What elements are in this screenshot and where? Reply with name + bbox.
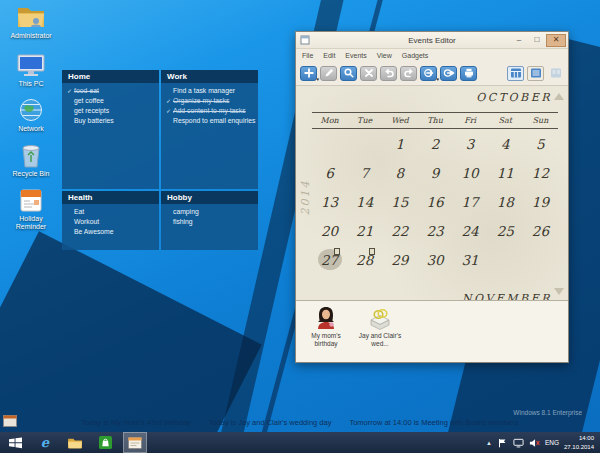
menu-file[interactable]: File <box>302 52 313 59</box>
calendar-day-2[interactable]: 2 <box>417 129 452 158</box>
task-item[interactable]: Buy batteries <box>67 115 159 125</box>
task-item[interactable]: ✓Organize my tasks <box>166 95 258 105</box>
taskbar-store[interactable] <box>93 432 117 453</box>
network-icon[interactable] <box>513 438 524 448</box>
calendar-day-27[interactable]: 27 <box>312 245 347 274</box>
calendar-day-25[interactable]: 25 <box>488 216 523 245</box>
language-indicator[interactable]: ENG <box>545 439 559 446</box>
task-item[interactable]: Eat <box>67 206 159 216</box>
events-strip: My mom's birthdayJay and Clair's wed... <box>296 300 568 362</box>
calendar-day-5[interactable]: 5 <box>523 129 558 158</box>
calendar-day-17[interactable]: 17 <box>453 187 488 216</box>
calendar-day-30[interactable]: 30 <box>417 245 452 274</box>
event-label: Jay and Clair's wed... <box>356 332 404 348</box>
calendar-day-9[interactable]: 9 <box>417 158 452 187</box>
clock[interactable]: 14:00 27.10.2014 <box>564 434 594 450</box>
calendar-day-19[interactable]: 19 <box>523 187 558 216</box>
calendar-day-8[interactable]: 8 <box>382 158 417 187</box>
mini-window-icon[interactable] <box>3 415 17 427</box>
calendar-day-13[interactable]: 13 <box>312 187 347 216</box>
redo-button[interactable] <box>400 66 417 81</box>
calendar-day-29[interactable]: 29 <box>382 245 417 274</box>
calendar-day-4[interactable]: 4 <box>488 129 523 158</box>
calendar-day-15[interactable]: 15 <box>382 187 417 216</box>
day-number: 9 <box>431 165 440 181</box>
task-item[interactable]: Be Awesome <box>67 226 159 236</box>
edit-event-button[interactable] <box>320 66 337 81</box>
undo-button[interactable] <box>380 66 397 81</box>
calendar-day-16[interactable]: 16 <box>417 187 452 216</box>
weekday-header: MonTueWedThuFriSatSun <box>312 112 558 129</box>
event-item[interactable]: My mom's birthday <box>302 305 350 348</box>
desktop-icon-this-pc[interactable]: This PC <box>4 52 58 88</box>
calendar-view-button[interactable] <box>507 66 524 81</box>
task-item[interactable]: Workout <box>67 216 159 226</box>
export-button[interactable] <box>440 66 457 81</box>
task-item[interactable]: Find a task manager <box>166 85 258 95</box>
calendar-day-3[interactable]: 3 <box>453 129 488 158</box>
dates-grid: 1234567891011121314151617181920212223242… <box>312 129 558 274</box>
calendar-day-20[interactable]: 20 <box>312 216 347 245</box>
menu-gadgets[interactable]: Gadgets <box>402 52 428 59</box>
task-item[interactable]: fishing <box>166 216 258 226</box>
calendar-day-26[interactable]: 26 <box>523 216 558 245</box>
task-text: Respond to email enquiries <box>173 117 255 124</box>
add-event-button[interactable]: ▾ <box>300 66 317 81</box>
task-item[interactable]: Respond to email enquiries <box>166 115 258 125</box>
calendar-day-11[interactable]: 11 <box>488 158 523 187</box>
menu-edit[interactable]: Edit <box>323 52 335 59</box>
calendar-day-21[interactable]: 21 <box>347 216 382 245</box>
calendar-day-12[interactable]: 12 <box>523 158 558 187</box>
day-number: 5 <box>536 136 545 152</box>
taskbar-events-editor[interactable] <box>123 432 147 453</box>
taskbar-internet-explorer[interactable]: e <box>33 432 57 453</box>
window-titlebar[interactable]: Events Editor – □ ✕ <box>296 32 568 49</box>
day-number: 17 <box>462 194 479 210</box>
print-button[interactable] <box>460 66 477 81</box>
window-controls: – □ ✕ <box>510 32 568 48</box>
quadrant-title: Work <box>161 70 258 83</box>
task-item[interactable]: get receipts <box>67 105 159 115</box>
desktop-icon-network[interactable]: Network <box>4 97 58 133</box>
close-button[interactable]: ✕ <box>546 34 566 47</box>
taskbar-file-explorer[interactable] <box>63 432 87 453</box>
search-button[interactable] <box>340 66 357 81</box>
calendar-day-1[interactable]: 1 <box>382 129 417 158</box>
task-item[interactable]: ✓food-eat <box>67 85 159 95</box>
show-hidden-icons-icon[interactable]: ▲ <box>486 440 492 446</box>
calendar-empty-cell <box>347 129 382 158</box>
scroll-down-icon[interactable] <box>554 288 564 295</box>
calendar-day-7[interactable]: 7 <box>347 158 382 187</box>
calendar-day-22[interactable]: 22 <box>382 216 417 245</box>
weekday-label: Sat <box>488 113 523 128</box>
menu-events[interactable]: Events <box>345 52 366 59</box>
compact-view-button[interactable] <box>547 66 564 81</box>
task-item[interactable]: get coffee <box>67 95 159 105</box>
import-button[interactable]: ▾ <box>420 66 437 81</box>
woman-avatar-icon <box>313 305 339 331</box>
action-center-flag-icon[interactable] <box>497 438 508 448</box>
scroll-up-icon[interactable] <box>554 93 564 100</box>
calendar-day-18[interactable]: 18 <box>488 187 523 216</box>
calendar-day-23[interactable]: 23 <box>417 216 452 245</box>
taskbar-start[interactable] <box>3 432 27 453</box>
calendar-day-14[interactable]: 14 <box>347 187 382 216</box>
desktop-icon-recycle-bin[interactable]: Recycle Bin <box>4 142 58 178</box>
delete-event-button[interactable] <box>360 66 377 81</box>
desktop-icon-administrator[interactable]: Administrator <box>4 4 58 40</box>
desktop-icon-holiday-reminder[interactable]: Holiday Reminder <box>4 187 58 231</box>
event-item[interactable]: Jay and Clair's wed... <box>356 305 404 348</box>
calendar-day-24[interactable]: 24 <box>453 216 488 245</box>
calendar-panel: OCTOBER 2014 MonTueWedThuFriSatSun 12345… <box>296 86 568 300</box>
volume-muted-icon[interactable] <box>529 438 540 448</box>
maximize-button[interactable]: □ <box>528 34 546 46</box>
calendar-day-28[interactable]: 28 <box>347 245 382 274</box>
calendar-day-6[interactable]: 6 <box>312 158 347 187</box>
task-item[interactable]: ✓Add content to my tasks <box>166 105 258 115</box>
task-item[interactable]: camping <box>166 206 258 216</box>
list-view-button[interactable] <box>527 66 544 81</box>
minimize-button[interactable]: – <box>510 34 528 46</box>
calendar-day-31[interactable]: 31 <box>453 245 488 274</box>
calendar-day-10[interactable]: 10 <box>453 158 488 187</box>
menu-view[interactable]: View <box>377 52 392 59</box>
